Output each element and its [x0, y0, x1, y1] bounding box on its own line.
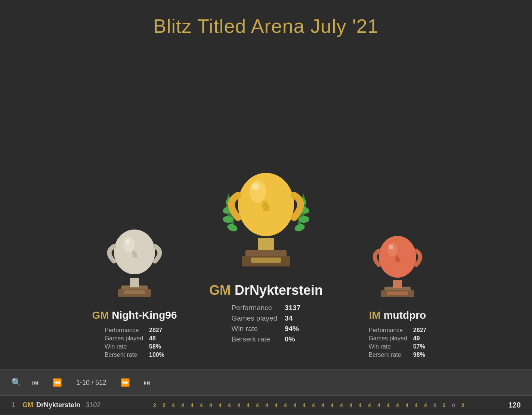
- result-cell: 4: [300, 401, 309, 409]
- results-table: 1 GM DrNykterstein 3102 2244444444444444…: [0, 396, 532, 415]
- table-row: 1 GM DrNykterstein 3102 2244444444444444…: [0, 396, 532, 415]
- row-player-rating: 3102: [86, 401, 100, 409]
- stat-value-perf-2: 2827: [149, 327, 164, 334]
- stat-label-berserk-1: Berserk rate: [232, 335, 278, 343]
- stat-label-games-1: Games played: [232, 314, 278, 322]
- player-name-3rd[interactable]: IM mutdpro: [369, 309, 426, 321]
- result-cell: 4: [198, 401, 206, 409]
- row-player-title: GM: [22, 401, 33, 409]
- prev-page-button[interactable]: ⏪: [50, 377, 65, 389]
- player-name-1st[interactable]: GM DrNykterstein: [209, 283, 323, 298]
- result-cell: 4: [263, 401, 271, 409]
- stats-1st: Performance 3137 Games played 34 Win rat…: [232, 304, 301, 343]
- stat-value-berserk-2: 100%: [149, 352, 164, 358]
- stat-label-winrate-1: Win rate: [232, 325, 278, 333]
- svg-point-6: [126, 240, 130, 244]
- result-cell: 2: [151, 401, 159, 409]
- stats-3rd: Performance 2827 Games played 49 Win rat…: [369, 327, 427, 358]
- svg-rect-2: [124, 290, 145, 294]
- result-cell: 4: [254, 401, 262, 409]
- svg-rect-3: [130, 278, 139, 287]
- result-cell: 4: [384, 401, 393, 409]
- svg-rect-16: [258, 238, 274, 251]
- result-cell: 2: [459, 401, 467, 409]
- pagination-bar: 🔍 ⏮ ⏪ 1-10 / 512 ⏩ ⏭: [0, 369, 532, 396]
- svg-point-22: [252, 183, 259, 190]
- page-title: Blitz Titled Arena July '21: [0, 15, 532, 37]
- stat-label-perf-2: Performance: [105, 327, 143, 334]
- result-cell: 4: [403, 401, 411, 409]
- result-cell: 4: [347, 401, 355, 409]
- result-cell: 2: [160, 401, 168, 409]
- player-username-1st: DrNykterstein: [235, 283, 323, 298]
- result-cell: 4: [207, 401, 215, 409]
- last-page-button[interactable]: ⏭: [140, 377, 154, 389]
- next-page-button[interactable]: ⏩: [118, 377, 133, 389]
- row-rank: 1: [11, 401, 22, 409]
- stat-value-winrate-2: 58%: [149, 343, 164, 350]
- result-cell: 4: [394, 401, 402, 409]
- result-cell: 4: [244, 401, 253, 409]
- stat-value-winrate-3: 57%: [413, 343, 427, 350]
- result-cell: 4: [310, 401, 318, 409]
- result-cell: 2: [440, 401, 449, 409]
- player-title-1st: GM: [209, 283, 231, 298]
- result-cell: 4: [366, 401, 374, 409]
- row-game-results: 2244444444444444444444444444440202: [120, 401, 498, 409]
- result-cell: 4: [282, 401, 290, 409]
- svg-point-11: [226, 223, 238, 233]
- result-cell: 4: [170, 401, 178, 409]
- svg-point-15: [294, 223, 306, 233]
- player-card-3rd: ♞ IM mutdpro Performance 2827 Games play…: [345, 228, 450, 358]
- stat-label-perf-3: Performance: [369, 327, 407, 334]
- result-cell: 4: [338, 401, 346, 409]
- result-cell: 4: [328, 401, 337, 409]
- svg-text:♞: ♞: [259, 197, 273, 215]
- result-cell: 4: [235, 401, 243, 409]
- podium-section: ♞ GM Night-King96 Performance 2827 Games…: [0, 45, 532, 369]
- stat-value-perf-1: 3137: [285, 304, 300, 312]
- stat-label-games-3: Games played: [369, 335, 407, 342]
- stat-label-berserk-3: Berserk rate: [369, 352, 407, 358]
- svg-rect-19: [251, 258, 281, 263]
- result-cell: 4: [422, 401, 430, 409]
- stat-value-perf-3: 2827: [413, 327, 427, 334]
- svg-rect-26: [387, 291, 408, 295]
- svg-rect-27: [393, 280, 402, 288]
- player-username-2nd: Night-King96: [112, 309, 177, 321]
- result-cell: 4: [412, 401, 421, 409]
- stat-value-berserk-3: 98%: [413, 352, 427, 358]
- result-cell: 4: [291, 401, 299, 409]
- row-player-username[interactable]: DrNykterstein: [36, 401, 80, 409]
- search-icon[interactable]: 🔍: [11, 378, 21, 387]
- player-title-3rd: IM: [369, 309, 381, 321]
- result-cell: 4: [226, 401, 234, 409]
- trophy-bronze: ♞: [364, 228, 431, 304]
- result-cell: 4: [319, 401, 327, 409]
- stat-value-winrate-1: 94%: [285, 325, 300, 333]
- trophy-silver: ♞: [97, 220, 172, 304]
- title-section: Blitz Titled Arena July '21: [0, 0, 532, 45]
- stat-value-games-3: 49: [413, 335, 427, 342]
- row-player-info: GM DrNykterstein 3102: [22, 401, 120, 409]
- stat-value-games-2: 48: [149, 335, 164, 342]
- stat-value-berserk-1: 0%: [285, 335, 300, 343]
- trophy-gold: ♞: [214, 156, 318, 277]
- player-name-2nd[interactable]: GM Night-King96: [92, 309, 177, 321]
- stat-label-perf-1: Performance: [232, 304, 278, 312]
- pagination-info: 1-10 / 512: [76, 379, 106, 387]
- player-title-2nd: GM: [92, 309, 109, 321]
- result-cell: 4: [188, 401, 197, 409]
- first-page-button[interactable]: ⏮: [29, 377, 42, 389]
- svg-point-30: [389, 245, 393, 249]
- stat-label-berserk-2: Berserk rate: [105, 352, 143, 358]
- page-container: Blitz Titled Arena July '21: [0, 0, 532, 415]
- stat-label-winrate-2: Win rate: [105, 343, 143, 350]
- player-card-1st: ♞ GM DrNykterstein Performance 3137 Game…: [209, 156, 323, 343]
- player-username-3rd: mutdpro: [384, 309, 426, 321]
- stat-label-games-2: Games played: [105, 335, 143, 342]
- row-score: 120: [498, 401, 521, 409]
- svg-text:♞: ♞: [393, 253, 402, 264]
- stat-value-games-1: 34: [285, 314, 300, 322]
- result-cell: 4: [375, 401, 383, 409]
